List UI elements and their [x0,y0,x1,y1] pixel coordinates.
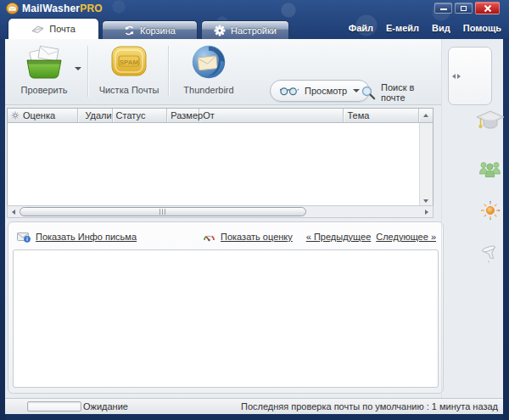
column-header-from[interactable]: От [199,109,344,122]
check-mail-icon [25,44,64,80]
menu-help[interactable]: Помощь [463,23,501,33]
arrow-right-icon [457,74,461,79]
title-bar[interactable]: MailWasherPRO [0,0,509,17]
show-info-group: Показать Инфо письма [17,232,137,243]
toolbar-separator [168,46,169,97]
column-header-size[interactable]: Размер [167,109,199,122]
mail-list-header: Оценка Удали Статус Размер От Тема [7,108,433,123]
check-mail-button[interactable]: Проверить [7,44,81,95]
horizontal-scrollbar-thumb[interactable] [20,207,306,216]
scroll-up-icon [423,114,428,117]
preview-button[interactable]: Просмотр [270,80,370,102]
app-window: MailWasherPRO Почта Корзина [0,0,509,420]
mail-tab-envelope-icon [31,25,44,34]
menu-email[interactable]: Е-мейл [386,23,419,33]
clean-mail-button[interactable]: SPAM Чистка Почты [92,44,166,95]
score-column-icon [11,111,20,120]
scroll-down-icon[interactable] [423,199,428,203]
minimize-button[interactable] [434,3,452,14]
maximize-icon [461,6,467,11]
search-icon [361,86,376,100]
score-gauge-icon [203,232,215,243]
column-label-from: От [203,110,215,120]
column-label-delete: Удали [85,110,111,120]
recycle-icon [124,25,135,36]
tab-mail-label: Почта [49,24,76,34]
search-mail-label: Поиск в почте [381,82,441,103]
content-area: Проверить SPAM Чистка Почты [5,39,503,398]
mail-info-icon [17,232,31,243]
mail-list[interactable] [7,123,433,205]
sun-icon[interactable] [480,200,501,221]
thunderbird-label: Thunderbird [171,85,246,95]
collapse-arrows-icon [452,74,461,79]
scroll-right-icon [425,210,428,215]
glasses-icon [280,87,299,96]
vertical-scrollbar[interactable] [419,123,433,205]
menu-file[interactable]: Файл [349,23,373,33]
clean-mail-label: Чистка Почты [92,85,166,95]
minimize-icon [440,8,447,10]
column-header-status[interactable]: Статус [113,109,168,122]
app-logo-mail-icon [6,3,19,14]
app-title-suffix: PRO [80,3,103,14]
menu-bar: Файл Е-мейл Вид Помощь [349,23,501,33]
tab-mail[interactable]: Почта [8,19,98,39]
column-header-subject[interactable]: Тема [344,109,419,122]
preview-pane: Показать Инфо письма Показать оценку « П… [8,221,444,394]
menu-view[interactable]: Вид [432,23,450,33]
maximize-button[interactable] [455,3,473,14]
toolbar: Проверить SPAM Чистка Почты [5,39,441,105]
column-header-score[interactable]: Оценка [8,109,78,122]
app-title: MailWasherPRO [22,3,103,14]
arrow-left-icon [452,74,456,79]
column-header-delete[interactable]: Удали [78,109,113,122]
column-label-size: Размер [171,110,203,120]
status-bar: Ожидание Последняя проверка почты по умо… [5,398,503,414]
side-panel [441,39,503,398]
show-mail-info-link[interactable]: Показать Инфо письма [36,232,137,242]
tab-recycle-bin[interactable]: Корзина [102,20,198,39]
panel-collapse-handle[interactable] [448,47,492,105]
window-border-right [503,39,509,420]
thunderbird-icon [189,44,228,80]
tab-settings[interactable]: Настройки [201,20,289,39]
scroll-right-button[interactable] [421,206,433,217]
show-score-link[interactable]: Показать оценку [221,232,293,242]
column-label-subject: Тема [347,110,369,120]
horizontal-scrollbar[interactable] [7,205,433,218]
tab-settings-label: Настройки [231,25,277,36]
preview-dropdown-icon [353,89,360,92]
scrollbar-grip-icon [159,209,166,215]
close-button[interactable] [475,2,500,14]
check-mail-label: Проверить [7,85,81,95]
next-mail-link[interactable]: Следующее » [376,232,436,242]
scroll-left-icon [12,210,15,215]
preview-label: Просмотр [305,86,347,96]
previous-mail-link[interactable]: « Предыдущее [306,232,371,242]
preview-content[interactable] [13,249,439,388]
close-icon [484,5,491,12]
gear-icon [214,25,226,36]
check-mail-dropdown-icon[interactable] [75,67,81,70]
spam-badge-text: SPAM [120,59,139,66]
preview-nav-group: Показать оценку « Предыдущее Следующее » [203,232,436,243]
learning-graduation-cap-icon[interactable] [475,109,506,132]
friends-icon[interactable] [478,158,501,178]
thunderbird-button[interactable]: Thunderbird [171,44,246,95]
app-title-main: MailWasher [22,3,80,14]
toolbar-separator [87,46,88,97]
progress-bar [27,401,81,412]
spam-icon: SPAM [109,44,148,80]
search-mail-button[interactable]: Поиск в почте [361,82,441,103]
delete-column-icon [81,111,82,120]
status-state-text: Ожидание [83,401,128,412]
funnel-icon[interactable] [480,244,501,263]
tab-recycle-label: Корзина [140,25,176,36]
scroll-up-button[interactable] [419,109,433,122]
column-label-score: Оценка [23,110,55,120]
column-label-status: Статус [116,110,146,120]
last-check-text: Последняя проверка почты по умолчанию : … [241,401,498,412]
preview-links-row: Показать Инфо письма Показать оценку « П… [17,229,436,244]
scroll-left-button[interactable] [8,206,20,217]
